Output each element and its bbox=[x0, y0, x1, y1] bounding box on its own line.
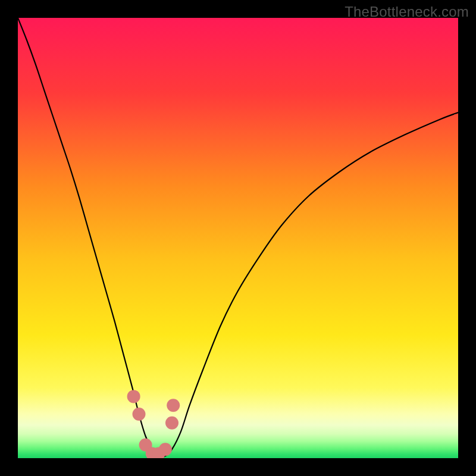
chart-container: TheBottleneck.com bbox=[0, 0, 476, 476]
gradient-background bbox=[18, 18, 458, 458]
highlight-dot bbox=[159, 443, 172, 456]
highlight-dot bbox=[127, 390, 140, 403]
plot-svg bbox=[18, 18, 458, 458]
highlight-dot bbox=[167, 399, 180, 412]
highlight-dot bbox=[165, 416, 178, 430]
watermark-text: TheBottleneck.com bbox=[345, 4, 469, 20]
highlight-dot bbox=[133, 408, 146, 421]
plot-area bbox=[18, 18, 458, 458]
